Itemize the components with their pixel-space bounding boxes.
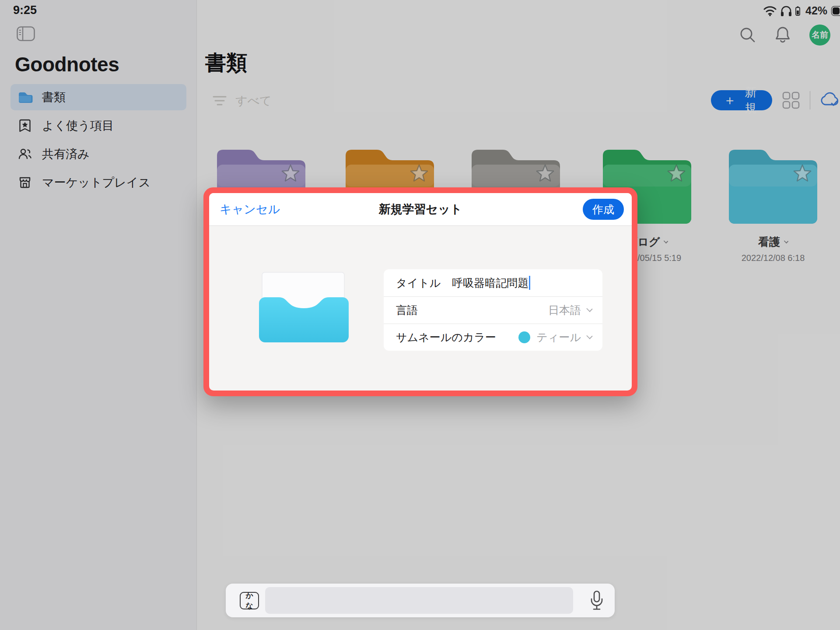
dialog-fields-card: タイトル 呼吸器暗記問題 言語 日本語 サムネールのカラー [384,269,602,351]
kana-input-mode-key[interactable]: かな [240,592,259,609]
thumbnail-color-field-value: ティール [536,330,581,345]
cancel-button[interactable]: キャンセル [220,201,280,217]
dialog-body: タイトル 呼吸器暗記問題 言語 日本語 サムネールのカラー [209,226,632,391]
chevron-down-icon [586,306,592,312]
thumbnail-color-field[interactable]: サムネールのカラー ティール [384,324,602,351]
language-field-label: 言語 [396,303,418,317]
thumbnail-color-field-label: サムネールのカラー [396,330,496,345]
candidate-bar[interactable] [265,587,573,614]
annotation-highlight-border: キャンセル 新規学習セット 作成 タイトル [203,187,637,396]
title-field-value: 呼吸器暗記問題 [452,276,528,290]
study-set-thumbnail-icon [259,272,349,342]
dialog-header: キャンセル 新規学習セット 作成 [209,193,632,226]
create-button[interactable]: 作成 [583,199,624,220]
title-field[interactable]: タイトル 呼吸器暗記問題 [384,269,602,296]
new-study-set-dialog: キャンセル 新規学習セット 作成 タイトル [209,193,632,391]
screen: 9:25 Goodnotes 書類 [0,0,840,630]
language-field[interactable]: 言語 日本語 [384,296,602,324]
title-field-label: タイトル [396,276,441,290]
language-field-value: 日本語 [548,303,581,317]
text-cursor [529,276,530,290]
keyboard-accessory-bar: かな [226,584,615,617]
color-swatch [518,331,530,343]
microphone-icon[interactable] [590,591,603,611]
chevron-down-icon [586,333,592,339]
